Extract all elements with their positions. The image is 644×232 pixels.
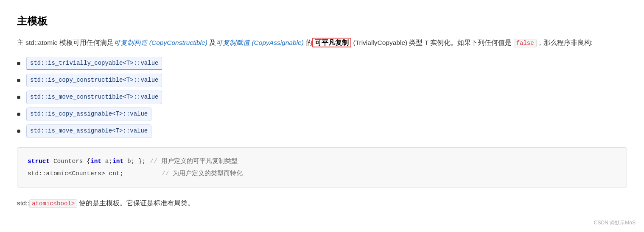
code-comment-text-2: 为用户定义的类型而特化 (169, 168, 243, 180)
bullet-icon (17, 113, 20, 116)
list-item: std::is_copy_constructible<T>::value (17, 74, 627, 87)
false-code: false (514, 39, 537, 47)
bottom-suffix: 使的是主模板。它保证是标准布局类。 (77, 199, 194, 207)
requirements-list: std::is_trivially_copyable<T>::value std… (17, 57, 627, 138)
list-item-code: std::is_move_constructible<T>::value (26, 91, 162, 104)
trivially-copyable-highlight: 可平凡复制 (312, 38, 351, 47)
bullet-icon (17, 62, 20, 65)
intro-text-end: ，那么程序非良构: (537, 39, 593, 46)
list-item-code: std::is_trivially_copyable<T>::value (26, 57, 162, 71)
keyword-int-2: int (112, 155, 123, 168)
code-comment-text-1: 用户定义的可平凡复制类型 (157, 155, 238, 168)
bullet-icon (17, 96, 20, 99)
bottom-code: atomic<bool> (29, 199, 77, 208)
intro-text-after-highlight: (TriviallyCopyable) 类型 T 实例化。如果下列任何值是 (351, 39, 512, 46)
list-item: std::is_trivially_copyable<T>::value (17, 57, 627, 71)
list-item-code: std::is_copy_constructible<T>::value (26, 74, 162, 87)
code-text: Counters { (50, 155, 90, 168)
list-item: std::is_move_constructible<T>::value (17, 91, 627, 104)
code-comment-1: // (150, 155, 157, 168)
watermark: CSDN @默示MoS (594, 218, 636, 222)
code-comment-2: // (162, 168, 169, 180)
page-title: 主模板 (17, 13, 627, 30)
intro-text-between: 及 (207, 39, 216, 46)
code-text: std::atomic<Counters> cnt; (28, 168, 123, 180)
intro-text-before-highlight: 的 (304, 39, 312, 46)
code-text: b; }; (123, 155, 146, 168)
bullet-icon (17, 130, 20, 133)
list-item-code: std::is_copy_assignable<T>::value (26, 108, 151, 121)
keyword-int-1: int (90, 155, 101, 168)
bottom-prefix: std:: (17, 199, 29, 207)
list-item: std::is_copy_assignable<T>::value (17, 108, 627, 121)
list-item-code: std::is_move_assignable<T>::value (26, 124, 151, 138)
code-block: struct Counters { int a; int b; }; // 用户… (17, 147, 627, 188)
bullet-icon (17, 79, 20, 82)
bottom-paragraph: std::atomic<bool> 使的是主模板。它保证是标准布局类。 (17, 197, 627, 210)
code-line-1: struct Counters { int a; int b; }; // 用户… (28, 155, 616, 168)
list-item: std::is_move_assignable<T>::value (17, 124, 627, 138)
code-text: a; (101, 155, 112, 168)
link-copy-constructible[interactable]: 可复制构造 (CopyConstructible) (114, 39, 207, 46)
link-copy-assignable[interactable]: 可复制赋值 (CopyAssignable) (216, 39, 304, 46)
code-line-2: std::atomic<Counters> cnt; // 为用户定义的类型而特… (28, 168, 616, 180)
intro-text-before-link1: 主 std::atomic 模板可用任何满足 (17, 39, 114, 46)
keyword-struct: struct (28, 155, 50, 168)
intro-paragraph: 主 std::atomic 模板可用任何满足可复制构造 (CopyConstru… (17, 37, 627, 49)
